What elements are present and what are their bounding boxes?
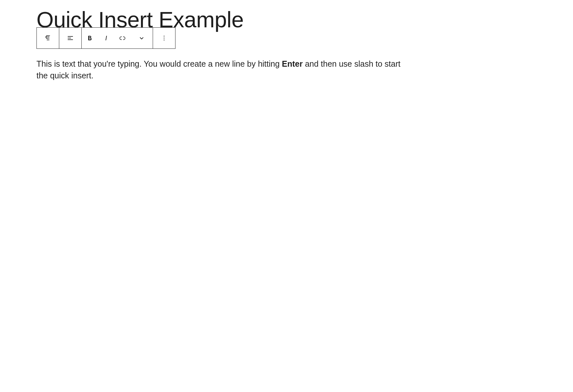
editor-container: Quick Insert Example (0, 0, 573, 88)
bold-button[interactable] (82, 28, 98, 48)
align-button[interactable] (59, 28, 81, 48)
block-type-button[interactable] (37, 28, 59, 48)
svg-point-3 (164, 36, 165, 37)
paragraph-icon (44, 34, 52, 42)
link-button[interactable] (114, 28, 131, 48)
italic-button[interactable] (98, 28, 114, 48)
italic-icon (102, 34, 110, 42)
toolbar-group-formatting (82, 28, 153, 48)
toolbar-group-block-type (37, 28, 59, 48)
more-formatting-button[interactable] (131, 28, 153, 48)
align-left-icon (66, 34, 74, 42)
options-button[interactable] (153, 28, 175, 48)
link-icon (119, 34, 126, 42)
paragraph-bold: Enter (282, 59, 303, 68)
paragraph-block[interactable]: This is text that you're typing. You wou… (36, 58, 401, 82)
paragraph-text-before: This is text that you're typing. You wou… (36, 59, 282, 68)
toolbar-group-options (153, 28, 175, 48)
more-vertical-icon (160, 34, 168, 42)
toolbar-group-align (59, 28, 82, 48)
svg-point-5 (164, 40, 165, 41)
block-toolbar (36, 27, 175, 49)
svg-point-4 (164, 38, 165, 39)
chevron-down-icon (138, 34, 146, 42)
bold-icon (86, 34, 94, 42)
